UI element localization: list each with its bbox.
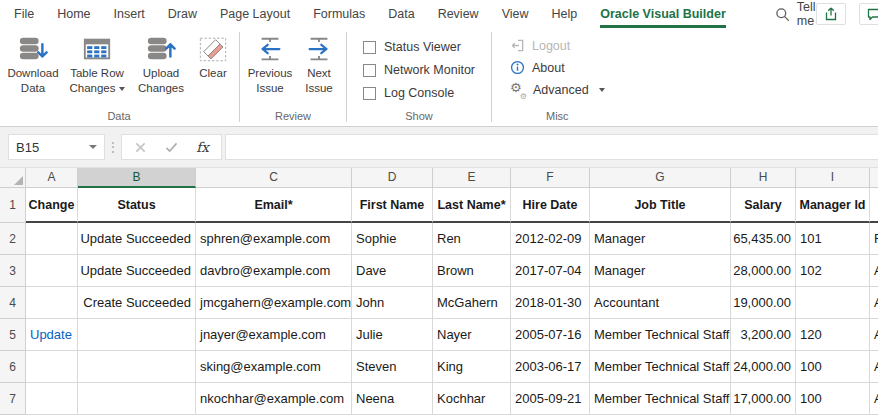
cell-G7[interactable]: Member Technical Staff [590,383,731,415]
cell-J3[interactable]: A [870,255,878,287]
table-row-changes-button[interactable]: Table Row Changes [63,31,131,96]
cell-C6[interactable]: sking@example.com [196,351,352,383]
column-header-C[interactable]: C [196,168,352,188]
column-header-D[interactable]: D [352,168,433,188]
cell-H1[interactable]: Salary [731,188,796,223]
clear-button[interactable]: Clear [191,31,235,81]
insert-function-button[interactable]: fx [187,136,218,158]
cell-F7[interactable]: 2005-09-21 [511,383,590,415]
cell-D2[interactable]: Sophie [352,223,433,255]
cell-E2[interactable]: Ren [433,223,511,255]
advanced-button[interactable]: ⚙⚙ Advanced [510,82,605,98]
cell-D4[interactable]: John [352,287,433,319]
row-header-7[interactable]: 7 [0,383,26,415]
cell-J5[interactable]: A [870,319,878,351]
cell-F3[interactable]: 2017-07-04 [511,255,590,287]
cell-A4[interactable] [26,287,78,319]
column-header-H[interactable]: H [731,168,796,188]
confirm-entry-button[interactable] [156,136,187,158]
tab-formulas[interactable]: Formulas [313,0,365,28]
tab-view[interactable]: View [502,0,529,28]
cell-J7[interactable]: A [870,383,878,415]
cell-C2[interactable]: sphren@example.com [196,223,352,255]
log-console-checkbox[interactable]: Log Console [363,86,475,100]
tab-draw[interactable]: Draw [168,0,197,28]
cell-E1[interactable]: Last Name* [433,188,511,223]
cell-H5[interactable]: 3,200.00 [731,319,796,351]
cell-I5[interactable]: 120 [796,319,870,351]
cell-H6[interactable]: 24,000.00 [731,351,796,383]
status-viewer-checkbox[interactable]: Status Viewer [363,40,475,54]
cell-B2[interactable]: Update Succeeded [78,223,196,255]
column-header-A[interactable]: A [26,168,78,188]
tab-data[interactable]: Data [388,0,414,28]
cell-J4[interactable]: A [870,287,878,319]
cell-E7[interactable]: Kochhar [433,383,511,415]
row-header-5[interactable]: 5 [0,319,26,351]
next-issue-button[interactable]: Next Issue [296,31,342,96]
cell-J1[interactable] [870,188,878,223]
cell-D1[interactable]: First Name [352,188,433,223]
cell-H2[interactable]: 65,435.00 [731,223,796,255]
tab-oracle-visual-builder[interactable]: Oracle Visual Builder [600,0,726,28]
cell-I7[interactable]: 100 [796,383,870,415]
row-header-4[interactable]: 4 [0,287,26,319]
tab-home[interactable]: Home [57,0,90,28]
cell-D3[interactable]: Dave [352,255,433,287]
column-header-J[interactable]: J [870,168,878,188]
cell-E5[interactable]: Nayer [433,319,511,351]
name-box-dropdown-icon[interactable] [89,145,97,149]
cell-E4[interactable]: McGahern [433,287,511,319]
cell-J2[interactable]: F [870,223,878,255]
cell-C5[interactable]: jnayer@example.com [196,319,352,351]
cell-A6[interactable] [26,351,78,383]
cell-I4[interactable] [796,287,870,319]
cell-A1[interactable]: Change [26,188,78,223]
cell-C7[interactable]: nkochhar@example.com [196,383,352,415]
cell-C4[interactable]: jmcgahern@example.com [196,287,352,319]
cell-G4[interactable]: Accountant [590,287,731,319]
share-button[interactable] [816,3,846,25]
comments-button[interactable] [859,3,878,25]
previous-issue-button[interactable]: Previous Issue [244,31,296,96]
row-header-1[interactable]: 1 [0,188,26,223]
cell-B4[interactable]: Create Succeeded [78,287,196,319]
cell-I2[interactable]: 101 [796,223,870,255]
cell-H3[interactable]: 28,000.00 [731,255,796,287]
cell-F5[interactable]: 2005-07-16 [511,319,590,351]
cell-E6[interactable]: King [433,351,511,383]
cell-F2[interactable]: 2012-02-09 [511,223,590,255]
formula-input[interactable] [225,134,878,160]
row-header-2[interactable]: 2 [0,223,26,255]
cancel-entry-button[interactable] [125,136,156,158]
cell-J6[interactable]: A [870,351,878,383]
tab-insert[interactable]: Insert [114,0,145,28]
name-box[interactable]: B15 [8,134,105,160]
tab-page-layout[interactable]: Page Layout [220,0,290,28]
tab-review[interactable]: Review [438,0,479,28]
download-data-button[interactable]: Download Data [3,31,63,96]
cell-H4[interactable]: 19,000.00 [731,287,796,319]
cell-B6[interactable] [78,351,196,383]
cell-D6[interactable]: Steven [352,351,433,383]
cell-G2[interactable]: Manager [590,223,731,255]
row-header-3[interactable]: 3 [0,255,26,287]
cell-D5[interactable]: Julie [352,319,433,351]
change-link-row-5[interactable]: Update [26,319,78,351]
row-header-6[interactable]: 6 [0,351,26,383]
tell-me[interactable]: Tell me [775,0,816,28]
cell-G1[interactable]: Job Title [590,188,731,223]
upload-changes-button[interactable]: Upload Changes [131,31,191,96]
cell-B5[interactable] [78,319,196,351]
column-header-E[interactable]: E [433,168,511,188]
cell-C1[interactable]: Email* [196,188,352,223]
cell-D7[interactable]: Neena [352,383,433,415]
cell-F1[interactable]: Hire Date [511,188,590,223]
cell-C3[interactable]: davbro@example.com [196,255,352,287]
cell-A2[interactable] [26,223,78,255]
about-button[interactable]: About [510,60,605,75]
cell-B1[interactable]: Status [78,188,196,223]
cell-B7[interactable] [78,383,196,415]
network-monitor-checkbox[interactable]: Network Monitor [363,63,475,77]
cell-G5[interactable]: Member Technical Staff [590,319,731,351]
